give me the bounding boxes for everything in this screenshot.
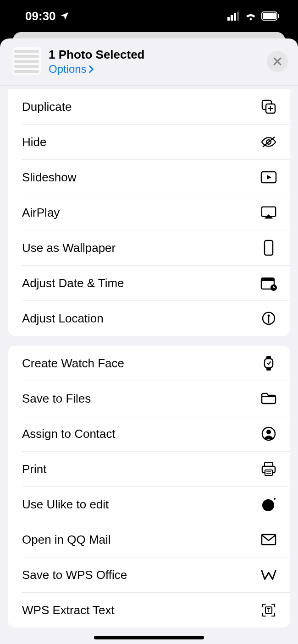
contact-icon <box>260 426 277 442</box>
battery-icon <box>261 11 280 21</box>
svg-point-32 <box>274 498 276 500</box>
svg-rect-1 <box>231 15 233 21</box>
location-arrow-icon <box>60 11 70 21</box>
datetime-icon <box>260 275 277 291</box>
close-icon <box>273 57 282 66</box>
sheet-header: 1 Photo Selected Options <box>0 38 298 86</box>
svg-rect-2 <box>234 13 236 21</box>
location-icon <box>260 310 277 327</box>
ulike-icon <box>260 496 277 513</box>
chevron-right-icon <box>88 65 94 73</box>
action-wps-office[interactable]: Save to WPS Office <box>8 557 290 592</box>
action-ulike[interactable]: Use Ulike to edit <box>8 487 290 522</box>
action-hide[interactable]: Hide <box>8 125 290 159</box>
action-datetime[interactable]: Adjust Date & Time <box>8 266 290 300</box>
action-save-files[interactable]: Save to Files <box>8 381 290 416</box>
sheet-title: 1 Photo Selected <box>49 48 267 62</box>
svg-rect-21 <box>266 356 271 359</box>
action-wps-extract[interactable]: WPS Extract Text T <box>8 593 290 628</box>
watch-icon <box>260 355 277 371</box>
cellular-icon <box>227 11 240 21</box>
svg-text:T: T <box>267 607 270 613</box>
folder-icon <box>260 390 277 407</box>
action-group-2: Create Watch Face Save to Files Assign t… <box>8 346 290 628</box>
options-link[interactable]: Options <box>49 63 267 76</box>
duplicate-icon <box>260 98 277 115</box>
action-wallpaper[interactable]: Use as Wallpaper <box>8 230 290 265</box>
hide-icon <box>260 134 277 150</box>
svg-point-31 <box>262 499 274 511</box>
share-sheet: 1 Photo Selected Options Duplicate Hide … <box>0 38 298 644</box>
svg-rect-5 <box>263 13 276 19</box>
close-button[interactable] <box>267 51 288 72</box>
action-assign-contact[interactable]: Assign to Contact <box>8 416 290 451</box>
photo-thumbnail[interactable] <box>12 47 41 76</box>
action-qq-mail[interactable]: Open in QQ Mail <box>8 522 290 557</box>
svg-rect-22 <box>266 368 271 371</box>
action-watch-face[interactable]: Create Watch Face <box>8 346 290 381</box>
svg-rect-28 <box>265 470 272 475</box>
svg-rect-15 <box>261 278 274 281</box>
action-group-1: Duplicate Hide Slideshow AirPlay <box>8 89 290 336</box>
svg-rect-20 <box>265 359 273 368</box>
action-print[interactable]: Print <box>8 452 290 486</box>
status-bar: 09:30 <box>0 0 298 32</box>
action-airplay[interactable]: AirPlay <box>8 195 290 230</box>
svg-rect-6 <box>278 14 279 18</box>
svg-rect-13 <box>265 240 273 255</box>
mail-icon <box>260 531 277 548</box>
action-duplicate[interactable]: Duplicate <box>8 89 290 124</box>
action-location[interactable]: Adjust Location <box>8 301 290 336</box>
airplay-icon <box>260 204 277 221</box>
svg-rect-3 <box>237 11 239 21</box>
svg-rect-0 <box>227 17 230 21</box>
status-time: 09:30 <box>25 9 56 23</box>
svg-point-18 <box>268 315 270 317</box>
wps-icon <box>260 567 277 583</box>
print-icon <box>260 461 277 477</box>
wallpaper-icon <box>260 240 277 256</box>
wifi-icon <box>245 11 257 21</box>
home-indicator[interactable] <box>94 636 204 639</box>
extract-text-icon: T <box>260 602 277 618</box>
slideshow-icon <box>260 169 277 186</box>
action-slideshow[interactable]: Slideshow <box>8 160 290 195</box>
svg-point-25 <box>266 430 271 434</box>
